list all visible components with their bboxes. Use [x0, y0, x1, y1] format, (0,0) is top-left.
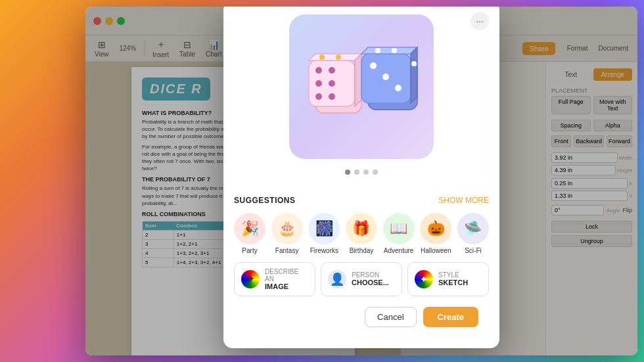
svg-point-10 — [336, 55, 341, 60]
adventure-icon: 📖 — [383, 213, 415, 244]
birthday-icon: 🎁 — [346, 213, 377, 244]
svg-point-14 — [370, 62, 377, 69]
svg-point-5 — [329, 80, 335, 87]
fantasy-icon: 🎂 — [271, 213, 303, 244]
scifi-icon: 🛸 — [457, 213, 489, 244]
svg-point-2 — [315, 67, 322, 74]
svg-point-4 — [315, 80, 322, 87]
svg-marker-8 — [309, 54, 361, 60]
image-generation-modal: ··· — [223, 7, 499, 348]
svg-point-16 — [395, 85, 402, 91]
party-icon: 🎉 — [234, 213, 265, 244]
fantasy-label: Fantasy — [275, 247, 299, 254]
party-label: Party — [242, 247, 257, 254]
modal-top: ··· — [223, 7, 499, 196]
svg-marker-20 — [411, 47, 417, 103]
suggestions-title: SUGGESTIONS — [234, 196, 296, 205]
person-icon: 👤 — [328, 270, 346, 288]
image-preview — [289, 14, 434, 159]
svg-point-6 — [315, 93, 322, 100]
person-choose-button[interactable]: 👤 PERSON CHOOSE... — [321, 262, 402, 296]
suggestion-scifi[interactable]: 🛸 Sci-Fi — [457, 213, 489, 254]
suggestion-fantasy[interactable]: 🎂 Fantasy — [271, 213, 303, 254]
dot-2[interactable] — [354, 170, 359, 175]
adventure-label: Adventure — [384, 247, 414, 254]
fireworks-icon: 🎆 — [308, 213, 340, 244]
person-title: PERSON — [352, 271, 389, 279]
person-value: CHOOSE... — [352, 279, 389, 286]
dot-4[interactable] — [373, 170, 378, 175]
modal-footer: Cancel Create — [234, 307, 489, 338]
suggestions-header: SUGGESTIONS SHOW MORE — [234, 196, 489, 205]
svg-marker-11 — [355, 54, 361, 106]
suggestion-birthday[interactable]: 🎁 Birthday — [346, 213, 377, 254]
scifi-label: Sci-Fi — [465, 247, 482, 254]
cancel-button[interactable]: Cancel — [365, 307, 416, 327]
suggestions-section: SUGGESTIONS SHOW MORE 🎉 Party 🎂 Fantasy … — [223, 196, 499, 348]
create-button[interactable]: Create — [423, 307, 478, 327]
svg-point-3 — [329, 67, 335, 74]
dice-illustration — [296, 34, 427, 139]
svg-point-9 — [319, 55, 325, 60]
dot-1[interactable] — [345, 170, 350, 175]
describe-value: IMAGE — [265, 283, 308, 290]
svg-point-19 — [392, 48, 397, 53]
style-value: SKETCH — [438, 279, 468, 286]
modal-overlay: ··· — [85, 7, 637, 355]
fireworks-label: Fireworks — [310, 247, 338, 254]
style-icon: ✦ — [415, 270, 433, 288]
svg-point-7 — [329, 93, 335, 100]
more-options-button[interactable]: ··· — [471, 12, 489, 30]
image-dots-indicator — [237, 170, 486, 175]
style-title: STYLE — [438, 271, 468, 279]
suggestion-party[interactable]: 🎉 Party — [234, 213, 265, 254]
svg-point-18 — [375, 48, 380, 53]
describe-image-button[interactable]: ✦ DESCRIBE AN IMAGE — [234, 262, 315, 296]
halloween-label: Halloween — [421, 247, 451, 254]
svg-point-15 — [382, 74, 389, 80]
show-more-button[interactable]: SHOW MORE — [438, 196, 489, 205]
describe-title: DESCRIBE AN — [265, 268, 308, 283]
suggestion-fireworks[interactable]: 🎆 Fireworks — [308, 213, 340, 254]
svg-point-21 — [411, 61, 417, 66]
suggestion-adventure[interactable]: 📖 Adventure — [383, 213, 415, 254]
mac-window: Dice Roll Probability.pages ⊞ View 124% … — [85, 7, 637, 355]
suggestion-halloween[interactable]: 🎃 Halloween — [420, 213, 451, 254]
describe-icon: ✦ — [241, 270, 260, 288]
birthday-label: Birthday — [350, 247, 374, 254]
style-sketch-button[interactable]: ✦ STYLE SKETCH — [407, 262, 489, 296]
dot-3[interactable] — [363, 170, 369, 175]
action-buttons-row: ✦ DESCRIBE AN IMAGE 👤 PERSON CHOOSE... — [234, 262, 489, 296]
suggestions-grid: 🎉 Party 🎂 Fantasy 🎆 Fireworks 🎁 Birthday — [234, 213, 489, 254]
svg-marker-17 — [361, 47, 417, 54]
halloween-icon: 🎃 — [420, 213, 451, 244]
